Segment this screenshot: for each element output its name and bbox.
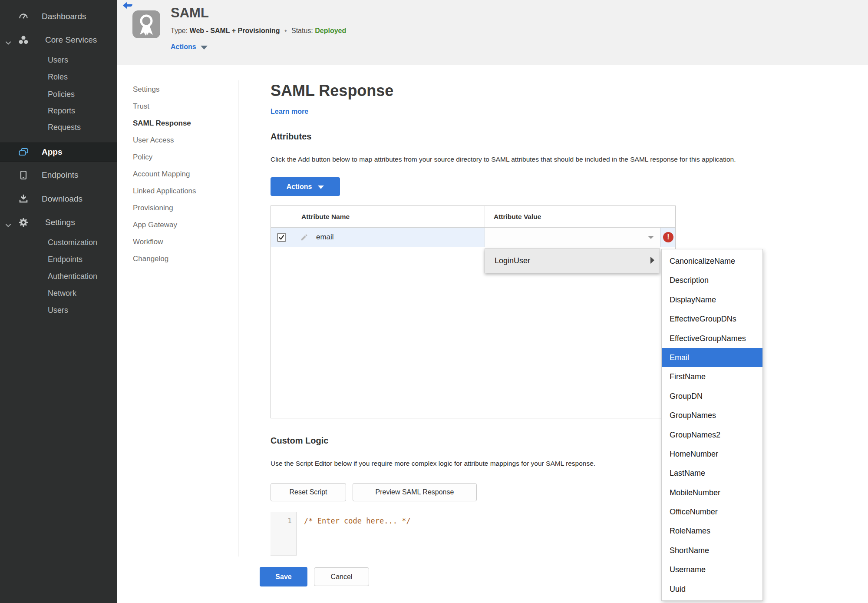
app-header: SAML Type: Web - SAML + Provisioning • S… bbox=[117, 0, 868, 65]
subnav-workflow[interactable]: Workflow bbox=[133, 233, 196, 250]
attribute-value-select[interactable] bbox=[485, 228, 660, 247]
cancel-button[interactable]: Cancel bbox=[314, 567, 369, 586]
status-label: Status: bbox=[291, 27, 313, 34]
row-checkbox[interactable] bbox=[277, 233, 286, 242]
chevron-down-icon bbox=[318, 186, 324, 189]
preview-saml-response-button[interactable]: Preview SAML Response bbox=[353, 483, 477, 501]
sidebar-item-settings[interactable]: Settings bbox=[0, 215, 117, 230]
sidebar-item-endpoints[interactable]: Endpoints bbox=[0, 167, 117, 183]
submenu-item[interactable]: HomeNumber bbox=[662, 444, 762, 464]
attribute-value-column-header: Attribute Value bbox=[485, 206, 675, 227]
app-meta: Type: Web - SAML + Provisioning • Status… bbox=[171, 27, 346, 35]
sidebar-item-policies[interactable]: Policies bbox=[0, 86, 117, 102]
type-value: Web - SAML + Provisioning bbox=[190, 27, 280, 34]
subnav-policy[interactable]: Policy bbox=[133, 149, 196, 166]
download-icon bbox=[18, 194, 29, 204]
sidebar-item-roles[interactable]: Roles bbox=[0, 69, 117, 85]
subnav-trust[interactable]: Trust bbox=[133, 98, 196, 115]
attribute-name-column-header: Attribute Name bbox=[292, 206, 485, 227]
script-editor[interactable]: 1 /* Enter code here... */ bbox=[271, 512, 868, 556]
attributes-description: Click the Add button below to map attrib… bbox=[271, 156, 736, 163]
submenu-item[interactable]: GroupDN bbox=[662, 387, 762, 406]
submenu-item[interactable]: Uuid bbox=[662, 580, 762, 599]
table-row: email ! bbox=[271, 228, 675, 247]
attributes-actions-button[interactable]: Actions bbox=[271, 177, 340, 196]
gauge-icon bbox=[18, 11, 29, 22]
pencil-icon[interactable] bbox=[300, 232, 309, 242]
subnav-changelog[interactable]: Changelog bbox=[133, 250, 196, 267]
attributes-heading: Attributes bbox=[271, 132, 311, 142]
submenu-item[interactable]: ShortName bbox=[662, 541, 762, 560]
submenu-item[interactable]: GroupNames2 bbox=[662, 425, 762, 444]
sidebar-item-network[interactable]: Network bbox=[0, 285, 117, 301]
submenu-item[interactable]: Username bbox=[662, 560, 762, 579]
submenu-item[interactable]: EffectiveGroupNames bbox=[662, 329, 762, 348]
submenu-item[interactable]: RoleNames bbox=[662, 521, 762, 540]
sidebar-item-core-services[interactable]: Core Services bbox=[0, 32, 117, 48]
type-label: Type: bbox=[171, 27, 188, 34]
gear-icon bbox=[18, 217, 29, 228]
sidebar: Dashboards Core Services Users Roles Pol… bbox=[0, 0, 117, 603]
chevron-down-icon bbox=[201, 46, 208, 50]
meta-separator: • bbox=[282, 27, 290, 34]
back-arrow-icon[interactable] bbox=[123, 2, 132, 9]
attribute-name-cell: email bbox=[292, 228, 485, 247]
subnav-account-mapping[interactable]: Account Mapping bbox=[133, 166, 196, 182]
subnav-saml-response[interactable]: SAML Response bbox=[133, 115, 196, 132]
subnav-app-gateway[interactable]: App Gateway bbox=[133, 216, 196, 233]
submenu-item[interactable]: OfficeNumber bbox=[662, 502, 762, 521]
sidebar-item-authentication[interactable]: Authentication bbox=[0, 268, 117, 284]
attribute-name-value: email bbox=[316, 233, 334, 242]
header-actions-menu[interactable]: Actions bbox=[171, 43, 208, 51]
attributes-table: Attribute Name Attribute Value email bbox=[271, 205, 676, 418]
sidebar-item-requests[interactable]: Requests bbox=[0, 119, 117, 135]
sidebar-item-users[interactable]: Users bbox=[0, 52, 117, 68]
sidebar-item-reports[interactable]: Reports bbox=[0, 103, 117, 119]
app-title: SAML bbox=[171, 5, 209, 21]
select-column-header bbox=[271, 206, 292, 227]
submenu-item-email-selected[interactable]: Email bbox=[662, 348, 762, 367]
row-select-cell bbox=[271, 228, 292, 247]
reset-script-button[interactable]: Reset Script bbox=[271, 483, 346, 501]
submenu-item[interactable]: LastName bbox=[662, 464, 762, 483]
endpoints-icon bbox=[18, 170, 29, 180]
chevron-down-icon bbox=[5, 38, 11, 42]
attribute-value-cell: ! bbox=[485, 228, 675, 247]
submenu-item[interactable]: EffectiveGroupDNs bbox=[662, 309, 762, 328]
loginuser-submenu: CanonicalizeName Description DisplayName… bbox=[661, 249, 763, 601]
status-badge: Deployed bbox=[315, 27, 346, 34]
submenu-item[interactable]: MobileNumber bbox=[662, 483, 762, 502]
submenu-item[interactable]: DisplayName bbox=[662, 290, 762, 309]
sidebar-item-settings-users[interactable]: Users bbox=[0, 302, 117, 318]
subnav-provisioning[interactable]: Provisioning bbox=[133, 199, 196, 216]
sidebar-item-customization[interactable]: Customization bbox=[0, 235, 117, 250]
chevron-down-icon bbox=[5, 220, 11, 225]
editor-gutter: 1 bbox=[271, 512, 297, 556]
line-number: 1 bbox=[287, 517, 292, 525]
subnav-linked-applications[interactable]: Linked Applications bbox=[133, 182, 196, 199]
sidebar-item-dashboards[interactable]: Dashboards bbox=[0, 9, 117, 24]
custom-logic-heading: Custom Logic bbox=[271, 436, 328, 446]
learn-more-link[interactable]: Learn more bbox=[271, 108, 308, 116]
attributes-table-header: Attribute Name Attribute Value bbox=[271, 206, 675, 228]
editor-code[interactable]: /* Enter code here... */ bbox=[304, 517, 411, 525]
error-icon: ! bbox=[663, 232, 673, 242]
sidebar-item-settings-endpoints[interactable]: Endpoints bbox=[0, 252, 117, 267]
save-button[interactable]: Save bbox=[260, 567, 307, 586]
page-title: SAML Response bbox=[271, 82, 393, 100]
submenu-item[interactable]: CanonicalizeName bbox=[662, 252, 762, 271]
submenu-item[interactable]: FirstName bbox=[662, 367, 762, 386]
value-dropdown-menu-loginuser[interactable]: LoginUser bbox=[485, 248, 660, 273]
subnav-divider bbox=[238, 80, 238, 557]
subnav-user-access[interactable]: User Access bbox=[133, 132, 196, 149]
select-caret-icon bbox=[648, 236, 654, 239]
custom-logic-description: Use the Script Editor below if you requi… bbox=[271, 460, 595, 467]
apps-icon bbox=[18, 147, 29, 157]
submenu-arrow-icon bbox=[650, 257, 654, 264]
sidebar-item-downloads[interactable]: Downloads bbox=[0, 191, 117, 207]
core-services-icon bbox=[18, 35, 29, 45]
subnav-settings[interactable]: Settings bbox=[133, 81, 196, 98]
submenu-item[interactable]: GroupNames bbox=[662, 406, 762, 425]
sidebar-item-apps[interactable]: Apps bbox=[0, 142, 117, 162]
submenu-item[interactable]: Description bbox=[662, 271, 762, 290]
